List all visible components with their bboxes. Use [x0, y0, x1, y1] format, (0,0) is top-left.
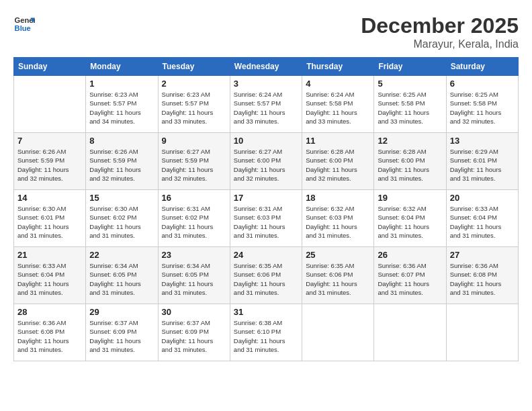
calendar-cell: 14Sunrise: 6:30 AMSunset: 6:01 PMDayligh…: [14, 190, 86, 247]
day-info: Sunrise: 6:36 AMSunset: 6:07 PMDaylight:…: [378, 261, 442, 297]
day-info: Sunrise: 6:35 AMSunset: 6:06 PMDaylight:…: [306, 261, 370, 297]
calendar-cell: 22Sunrise: 6:34 AMSunset: 6:05 PMDayligh…: [86, 247, 158, 304]
calendar-cell: 21Sunrise: 6:33 AMSunset: 6:04 PMDayligh…: [14, 247, 86, 304]
day-info: Sunrise: 6:34 AMSunset: 6:05 PMDaylight:…: [162, 261, 226, 297]
day-info: Sunrise: 6:25 AMSunset: 5:58 PMDaylight:…: [450, 90, 515, 126]
calendar-subtitle: Marayur, Kerala, India: [361, 38, 519, 50]
day-info: Sunrise: 6:25 AMSunset: 5:58 PMDaylight:…: [378, 90, 442, 126]
calendar-cell: 15Sunrise: 6:30 AMSunset: 6:02 PMDayligh…: [86, 190, 158, 247]
day-number: 10: [234, 136, 298, 146]
day-number: 25: [306, 250, 370, 260]
calendar-cell: 1Sunrise: 6:23 AMSunset: 5:57 PMDaylight…: [86, 76, 158, 133]
day-number: 2: [162, 79, 226, 89]
week-row-3: 14Sunrise: 6:30 AMSunset: 6:01 PMDayligh…: [14, 190, 519, 247]
weekday-header-saturday: Saturday: [446, 58, 518, 76]
day-number: 1: [89, 79, 154, 89]
day-info: Sunrise: 6:32 AMSunset: 6:04 PMDaylight:…: [378, 204, 442, 240]
day-number: 11: [306, 136, 370, 146]
calendar-cell: 10Sunrise: 6:27 AMSunset: 6:00 PMDayligh…: [230, 133, 302, 190]
calendar-cell: [446, 304, 518, 361]
day-number: 17: [234, 193, 298, 203]
weekday-header-tuesday: Tuesday: [158, 58, 230, 76]
calendar-cell: 17Sunrise: 6:31 AMSunset: 6:03 PMDayligh…: [230, 190, 302, 247]
day-info: Sunrise: 6:31 AMSunset: 6:03 PMDaylight:…: [234, 204, 298, 240]
day-number: 26: [378, 250, 442, 260]
day-info: Sunrise: 6:33 AMSunset: 6:04 PMDaylight:…: [450, 204, 515, 240]
logo-icon: General Blue: [13, 13, 35, 35]
day-number: 27: [450, 250, 515, 260]
day-number: 6: [450, 79, 515, 89]
calendar-cell: 31Sunrise: 6:38 AMSunset: 6:10 PMDayligh…: [230, 304, 302, 361]
calendar-cell: 16Sunrise: 6:31 AMSunset: 6:02 PMDayligh…: [158, 190, 230, 247]
week-row-5: 28Sunrise: 6:36 AMSunset: 6:08 PMDayligh…: [14, 304, 519, 361]
day-info: Sunrise: 6:36 AMSunset: 6:08 PMDaylight:…: [17, 318, 82, 354]
day-number: 21: [17, 250, 82, 260]
calendar-cell: 30Sunrise: 6:37 AMSunset: 6:09 PMDayligh…: [158, 304, 230, 361]
calendar-cell: 25Sunrise: 6:35 AMSunset: 6:06 PMDayligh…: [302, 247, 374, 304]
day-number: 7: [17, 136, 82, 146]
day-info: Sunrise: 6:30 AMSunset: 6:01 PMDaylight:…: [17, 204, 82, 240]
day-number: 31: [234, 307, 298, 317]
calendar-cell: 23Sunrise: 6:34 AMSunset: 6:05 PMDayligh…: [158, 247, 230, 304]
day-number: 4: [306, 79, 370, 89]
day-number: 23: [162, 250, 226, 260]
day-info: Sunrise: 6:23 AMSunset: 5:57 PMDaylight:…: [162, 90, 226, 126]
day-info: Sunrise: 6:34 AMSunset: 6:05 PMDaylight:…: [89, 261, 154, 297]
calendar-cell: [14, 76, 86, 133]
week-row-1: 1Sunrise: 6:23 AMSunset: 5:57 PMDaylight…: [14, 76, 519, 133]
day-number: 18: [306, 193, 370, 203]
day-number: 20: [450, 193, 515, 203]
day-info: Sunrise: 6:26 AMSunset: 5:59 PMDaylight:…: [17, 147, 82, 183]
day-info: Sunrise: 6:36 AMSunset: 6:08 PMDaylight:…: [450, 261, 515, 297]
day-number: 22: [89, 250, 154, 260]
weekday-header-friday: Friday: [374, 58, 446, 76]
day-number: 14: [17, 193, 82, 203]
day-info: Sunrise: 6:24 AMSunset: 5:57 PMDaylight:…: [234, 90, 298, 126]
calendar-cell: 27Sunrise: 6:36 AMSunset: 6:08 PMDayligh…: [446, 247, 518, 304]
day-info: Sunrise: 6:28 AMSunset: 6:00 PMDaylight:…: [378, 147, 442, 183]
day-number: 3: [234, 79, 298, 89]
day-info: Sunrise: 6:30 AMSunset: 6:02 PMDaylight:…: [89, 204, 154, 240]
day-number: 16: [162, 193, 226, 203]
calendar-cell: 11Sunrise: 6:28 AMSunset: 6:00 PMDayligh…: [302, 133, 374, 190]
day-info: Sunrise: 6:26 AMSunset: 5:59 PMDaylight:…: [89, 147, 154, 183]
weekday-header-thursday: Thursday: [302, 58, 374, 76]
day-number: 8: [89, 136, 154, 146]
logo: General Blue: [13, 13, 35, 35]
calendar-cell: 2Sunrise: 6:23 AMSunset: 5:57 PMDaylight…: [158, 76, 230, 133]
day-info: Sunrise: 6:33 AMSunset: 6:04 PMDaylight:…: [17, 261, 82, 297]
weekday-header-sunday: Sunday: [14, 58, 86, 76]
title-section: December 2025 Marayur, Kerala, India: [361, 13, 519, 50]
calendar-cell: 8Sunrise: 6:26 AMSunset: 5:59 PMDaylight…: [86, 133, 158, 190]
header: General Blue December 2025 Marayur, Kera…: [13, 13, 519, 50]
day-number: 5: [378, 79, 442, 89]
calendar-cell: 3Sunrise: 6:24 AMSunset: 5:57 PMDaylight…: [230, 76, 302, 133]
calendar-cell: 12Sunrise: 6:28 AMSunset: 6:00 PMDayligh…: [374, 133, 446, 190]
day-number: 12: [378, 136, 442, 146]
day-number: 28: [17, 307, 82, 317]
calendar-cell: 6Sunrise: 6:25 AMSunset: 5:58 PMDaylight…: [446, 76, 518, 133]
day-number: 30: [162, 307, 226, 317]
calendar-table: SundayMondayTuesdayWednesdayThursdayFrid…: [13, 57, 519, 361]
calendar-cell: 13Sunrise: 6:29 AMSunset: 6:01 PMDayligh…: [446, 133, 518, 190]
day-info: Sunrise: 6:37 AMSunset: 6:09 PMDaylight:…: [162, 318, 226, 354]
day-info: Sunrise: 6:23 AMSunset: 5:57 PMDaylight:…: [89, 90, 154, 126]
calendar-cell: 18Sunrise: 6:32 AMSunset: 6:03 PMDayligh…: [302, 190, 374, 247]
day-info: Sunrise: 6:35 AMSunset: 6:06 PMDaylight:…: [234, 261, 298, 297]
weekday-header-row: SundayMondayTuesdayWednesdayThursdayFrid…: [14, 58, 519, 76]
calendar-cell: 5Sunrise: 6:25 AMSunset: 5:58 PMDaylight…: [374, 76, 446, 133]
day-number: 15: [89, 193, 154, 203]
svg-text:Blue: Blue: [15, 24, 31, 32]
calendar-title: December 2025: [361, 13, 519, 38]
day-info: Sunrise: 6:38 AMSunset: 6:10 PMDaylight:…: [234, 318, 298, 354]
week-row-2: 7Sunrise: 6:26 AMSunset: 5:59 PMDaylight…: [14, 133, 519, 190]
day-info: Sunrise: 6:27 AMSunset: 5:59 PMDaylight:…: [162, 147, 226, 183]
day-info: Sunrise: 6:29 AMSunset: 6:01 PMDaylight:…: [450, 147, 515, 183]
weekday-header-wednesday: Wednesday: [230, 58, 302, 76]
calendar-cell: [374, 304, 446, 361]
day-number: 24: [234, 250, 298, 260]
calendar-cell: 29Sunrise: 6:37 AMSunset: 6:09 PMDayligh…: [86, 304, 158, 361]
calendar-cell: 19Sunrise: 6:32 AMSunset: 6:04 PMDayligh…: [374, 190, 446, 247]
calendar-cell: 9Sunrise: 6:27 AMSunset: 5:59 PMDaylight…: [158, 133, 230, 190]
day-info: Sunrise: 6:24 AMSunset: 5:58 PMDaylight:…: [306, 90, 370, 126]
